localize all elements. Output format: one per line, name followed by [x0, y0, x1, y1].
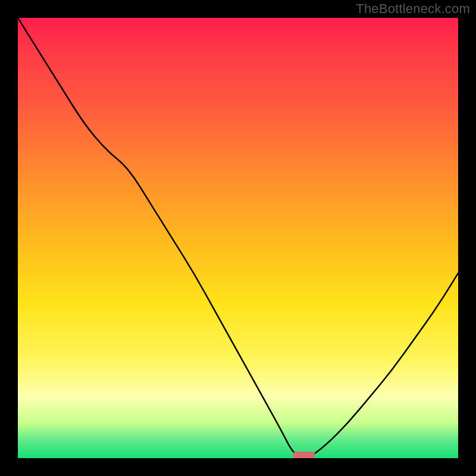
plot-area — [18, 18, 458, 458]
plot-svg — [18, 18, 458, 458]
bottleneck-curve — [18, 18, 458, 458]
minimum-marker — [293, 452, 315, 458]
chart-frame: TheBottleneck.com — [0, 0, 476, 476]
watermark-text: TheBottleneck.com — [356, 1, 470, 17]
